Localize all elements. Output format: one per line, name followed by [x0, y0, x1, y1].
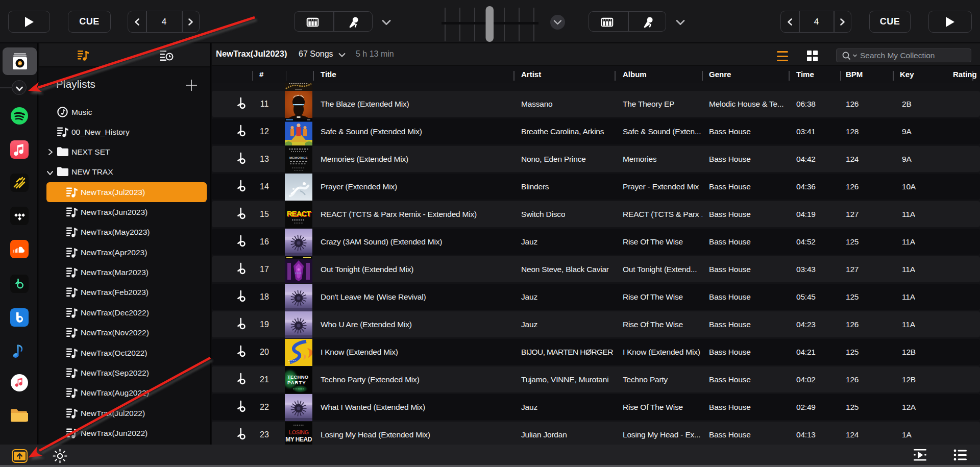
svg-text:LOSING: LOSING [288, 429, 308, 435]
svg-text:REACT: REACT [287, 209, 311, 218]
svg-text:MEMORIES: MEMORIES [289, 156, 308, 159]
svg-text:TECHNO: TECHNO [287, 374, 308, 380]
svg-text:MY HEAD: MY HEAD [285, 436, 312, 443]
svg-text:PARTY: PARTY [287, 380, 306, 385]
